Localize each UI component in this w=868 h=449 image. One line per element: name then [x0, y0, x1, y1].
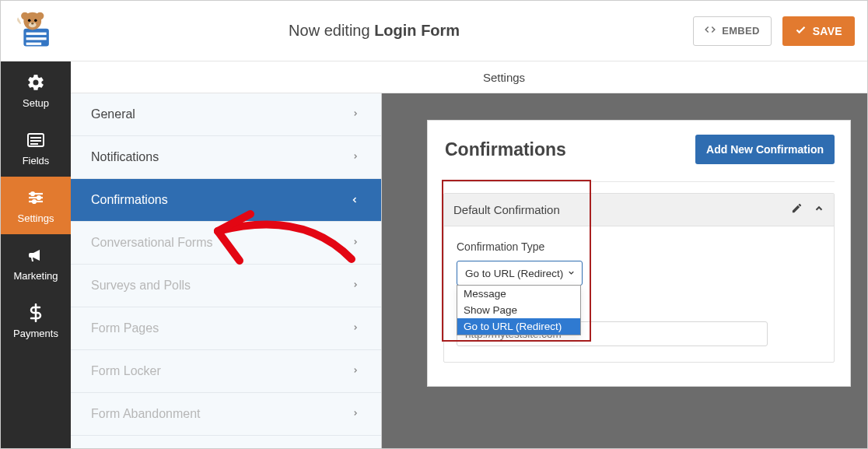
- confirmations-panel: Confirmations Add New Confirmation Defau…: [427, 120, 851, 387]
- submenu-item-surveys-polls[interactable]: Surveys and Polls: [71, 265, 381, 307]
- submenu-label: Confirmations: [91, 193, 168, 207]
- content-area: Confirmations Add New Confirmation Defau…: [382, 61, 868, 449]
- dollar-icon: [26, 303, 45, 322]
- left-rail: Setup Fields Settings Marketing: [1, 61, 71, 449]
- svg-rect-2: [26, 37, 47, 40]
- rail-label: Fields: [23, 155, 50, 167]
- svg-point-18: [31, 192, 34, 195]
- select-dropdown: Message Show Page Go to URL (Redirect): [457, 285, 581, 335]
- collapse-icon[interactable]: [814, 203, 824, 217]
- svg-point-5: [21, 12, 29, 19]
- svg-point-10: [31, 23, 33, 24]
- submenu-label: Surveys and Polls: [91, 279, 191, 293]
- submenu-label: Form Abandonment: [91, 407, 201, 421]
- submenu-label: Conversational Forms: [91, 236, 213, 250]
- chevron-right-icon: [352, 107, 359, 121]
- add-new-confirmation-button[interactable]: Add New Confirmation: [695, 135, 835, 164]
- confirmation-title: Default Confirmation: [453, 203, 560, 216]
- confirmation-box: Default Confirmation Con: [443, 193, 835, 363]
- svg-rect-1: [26, 32, 47, 34]
- title-prefix: Now editing: [289, 22, 374, 39]
- chevron-right-icon: [352, 150, 359, 164]
- option-goto-url[interactable]: Go to URL (Redirect): [457, 318, 580, 335]
- megaphone-icon: [26, 246, 45, 265]
- list-icon: [26, 131, 45, 149]
- rail-label: Settings: [18, 212, 54, 224]
- svg-point-6: [37, 12, 44, 19]
- svg-rect-3: [26, 42, 42, 44]
- submenu-label: Notifications: [91, 150, 159, 164]
- chevron-right-icon: [352, 236, 359, 250]
- editing-title: Now editing Login Form: [55, 22, 693, 40]
- chevron-right-icon: [352, 279, 359, 293]
- gear-icon: [26, 73, 45, 92]
- select-button[interactable]: Go to URL (Redirect): [457, 261, 583, 286]
- submenu-item-confirmations[interactable]: Confirmations: [71, 179, 381, 222]
- title-form-name: Login Form: [374, 22, 460, 39]
- section-title: Settings: [71, 61, 868, 93]
- svg-rect-12: [30, 137, 41, 139]
- chevron-down-icon: [567, 268, 576, 279]
- svg-rect-14: [30, 143, 38, 145]
- svg-point-20: [33, 200, 36, 203]
- panel-header: Confirmations Add New Confirmation: [428, 121, 850, 174]
- divider: [443, 181, 835, 182]
- chevron-right-icon: [352, 364, 359, 378]
- chevron-down-icon: [350, 195, 359, 205]
- embed-label: EMBED: [722, 25, 759, 37]
- rail-label: Marketing: [13, 270, 58, 282]
- confirmation-type-select[interactable]: Go to URL (Redirect) Message Show Page G…: [457, 261, 583, 286]
- topbar-actions: EMBED SAVE: [693, 16, 855, 46]
- option-message[interactable]: Message: [457, 286, 580, 302]
- save-button[interactable]: SAVE: [782, 16, 855, 46]
- submenu-label: Form Locker: [91, 364, 161, 378]
- save-label: SAVE: [813, 25, 842, 37]
- submenu-item-conversational-forms[interactable]: Conversational Forms: [71, 222, 381, 265]
- confirmation-type-label: Confirmation Type: [457, 240, 821, 253]
- panel-heading: Confirmations: [445, 139, 566, 160]
- edit-icon[interactable]: [791, 202, 803, 217]
- rail-label: Payments: [13, 328, 58, 339]
- confirmation-block: Default Confirmation Con: [443, 193, 835, 363]
- chevron-right-icon: [352, 407, 359, 421]
- submenu-item-form-pages[interactable]: Form Pages: [71, 307, 381, 350]
- settings-submenu: General Notifications Confirmations Conv…: [71, 61, 382, 449]
- chevron-right-icon: [352, 321, 359, 335]
- sliders-icon: [26, 188, 45, 207]
- select-value: Go to URL (Redirect): [465, 268, 563, 279]
- option-show-page[interactable]: Show Page: [457, 302, 580, 318]
- submenu-label: General: [91, 107, 135, 121]
- svg-rect-13: [30, 140, 41, 142]
- topbar: Now editing Login Form EMBED SAVE: [1, 1, 868, 61]
- submenu-item-general[interactable]: General: [71, 93, 381, 136]
- confirmation-titlebar: Default Confirmation: [444, 194, 834, 226]
- submenu-item-form-abandonment[interactable]: Form Abandonment: [71, 393, 381, 436]
- rail-item-marketing[interactable]: Marketing: [1, 234, 71, 292]
- rail-item-setup[interactable]: Setup: [1, 61, 71, 119]
- svg-point-7: [28, 19, 31, 22]
- confirmation-body: Confirmation Type Go to URL (Redirect): [444, 226, 834, 362]
- rail-item-settings[interactable]: Settings: [1, 177, 71, 234]
- rail-item-payments[interactable]: Payments: [1, 292, 71, 349]
- submenu-item-form-locker[interactable]: Form Locker: [71, 350, 381, 393]
- embed-button[interactable]: EMBED: [693, 16, 771, 46]
- submenu-label: Form Pages: [91, 321, 159, 335]
- svg-point-19: [37, 196, 40, 199]
- code-icon: [705, 24, 716, 37]
- rail-label: Setup: [23, 97, 49, 109]
- submenu-item-notifications[interactable]: Notifications: [71, 136, 381, 179]
- check-icon: [795, 24, 807, 38]
- rail-item-fields[interactable]: Fields: [1, 119, 71, 177]
- svg-point-8: [34, 19, 37, 22]
- app-logo: [15, 11, 55, 51]
